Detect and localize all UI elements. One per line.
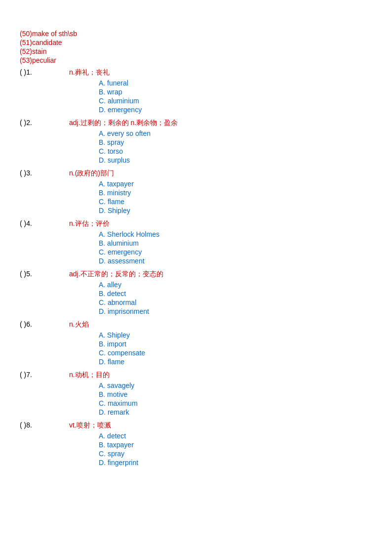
option-6-D[interactable]: D. flame — [99, 358, 372, 366]
option-7-A[interactable]: A. savagely — [99, 382, 372, 389]
question-line-8: ( )8.vt.喷射；喷溅 — [20, 421, 372, 430]
question-line-1: ( )1.n.葬礼；丧礼 — [20, 68, 372, 77]
question-number-5: ( )5. — [20, 270, 69, 278]
question-number-3: ( )3. — [20, 169, 69, 177]
question-number-6: ( )6. — [20, 320, 69, 328]
question-block-4: ( )4.n.评估；评价A. Sherlock HolmesB. alumini… — [20, 219, 372, 265]
question-number-2: ( )2. — [20, 119, 69, 127]
option-2-D[interactable]: D. surplus — [99, 156, 372, 164]
question-definition-8: vt.喷射；喷溅 — [69, 421, 111, 430]
option-4-B[interactable]: B. aluminium — [99, 239, 372, 247]
question-block-3: ( )3.n.(政府的)部门A. taxpayerB. ministryC. f… — [20, 169, 372, 214]
question-definition-4: n.评估；评价 — [69, 219, 110, 228]
option-6-C[interactable]: C. compensate — [99, 349, 372, 357]
option-5-A[interactable]: A. alley — [99, 281, 372, 289]
question-definition-6: n.火焰 — [69, 320, 89, 329]
options-block-7: A. savagelyB. motiveC. maximumD. remark — [99, 382, 372, 416]
question-block-5: ( )5.adj.不正常的；反常的；变态的A. alleyB. detectC.… — [20, 270, 372, 315]
question-block-8: ( )8.vt.喷射；喷溅A. detectB. taxpayerC. spra… — [20, 421, 372, 467]
question-definition-5: adj.不正常的；反常的；变态的 — [69, 270, 163, 279]
options-block-4: A. Sherlock HolmesB. aluminiumC. emergen… — [99, 230, 372, 265]
options-block-5: A. alleyB. detectC. abnormalD. imprisonm… — [99, 281, 372, 315]
options-block-3: A. taxpayerB. ministryC. flameD. Shipley — [99, 180, 372, 214]
option-7-B[interactable]: B. motive — [99, 390, 372, 398]
option-7-C[interactable]: C. maximum — [99, 399, 372, 407]
option-8-D[interactable]: D. fingerprint — [99, 459, 372, 467]
option-3-A[interactable]: A. taxpayer — [99, 180, 372, 188]
vocab-list: (50)make of sth\sb(51)candidate(52)stain… — [20, 30, 372, 64]
option-4-A[interactable]: A. Sherlock Holmes — [99, 230, 372, 238]
option-2-C[interactable]: C. torso — [99, 147, 372, 155]
option-6-B[interactable]: B. import — [99, 340, 372, 348]
vocab-item-v51: (51)candidate — [20, 39, 372, 46]
question-number-8: ( )8. — [20, 421, 69, 429]
option-4-D[interactable]: D. assessment — [99, 257, 372, 265]
vocab-item-v53: (53)peculiar — [20, 56, 372, 64]
question-block-7: ( )7.n.动机；目的A. savagelyB. motiveC. maxim… — [20, 371, 372, 416]
option-4-C[interactable]: C. emergency — [99, 248, 372, 256]
option-2-A[interactable]: A. every so often — [99, 129, 372, 137]
question-line-4: ( )4.n.评估；评价 — [20, 219, 372, 228]
vocab-item-v52: (52)stain — [20, 47, 372, 55]
option-1-D[interactable]: D. emergency — [99, 106, 372, 114]
option-5-D[interactable]: D. imprisonment — [99, 307, 372, 315]
option-5-C[interactable]: C. abnormal — [99, 299, 372, 306]
option-6-A[interactable]: A. Shipley — [99, 331, 372, 339]
question-line-3: ( )3.n.(政府的)部门 — [20, 169, 372, 178]
option-1-C[interactable]: C. aluminium — [99, 97, 372, 105]
question-line-6: ( )6.n.火焰 — [20, 320, 372, 329]
option-7-D[interactable]: D. remark — [99, 408, 372, 416]
option-3-C[interactable]: C. flame — [99, 198, 372, 206]
option-5-B[interactable]: B. detect — [99, 290, 372, 298]
question-number-4: ( )4. — [20, 219, 69, 227]
question-number-1: ( )1. — [20, 68, 69, 76]
option-8-B[interactable]: B. taxpayer — [99, 441, 372, 449]
question-block-6: ( )6.n.火焰A. ShipleyB. importC. compensat… — [20, 320, 372, 366]
question-line-2: ( )2.adj.过剩的；剩余的 n.剩余物；盈余 — [20, 119, 372, 128]
question-block-1: ( )1.n.葬礼；丧礼A. funeralB. wrapC. aluminiu… — [20, 68, 372, 114]
vocab-item-v50: (50)make of sth\sb — [20, 30, 372, 38]
option-3-D[interactable]: D. Shipley — [99, 207, 372, 214]
question-definition-3: n.(政府的)部门 — [69, 169, 114, 178]
questions-container: ( )1.n.葬礼；丧礼A. funeralB. wrapC. aluminiu… — [20, 68, 372, 467]
options-block-1: A. funeralB. wrapC. aluminiumD. emergenc… — [99, 79, 372, 114]
question-definition-2: adj.过剩的；剩余的 n.剩余物；盈余 — [69, 119, 178, 128]
option-8-C[interactable]: C. spray — [99, 450, 372, 458]
options-block-2: A. every so oftenB. sprayC. torsoD. surp… — [99, 129, 372, 164]
question-number-7: ( )7. — [20, 371, 69, 379]
option-8-A[interactable]: A. detect — [99, 432, 372, 440]
option-1-B[interactable]: B. wrap — [99, 88, 372, 96]
question-definition-7: n.动机；目的 — [69, 371, 110, 380]
question-definition-1: n.葬礼；丧礼 — [69, 68, 110, 77]
options-block-8: A. detectB. taxpayerC. sprayD. fingerpri… — [99, 432, 372, 467]
options-block-6: A. ShipleyB. importC. compensateD. flame — [99, 331, 372, 366]
option-2-B[interactable]: B. spray — [99, 138, 372, 146]
option-1-A[interactable]: A. funeral — [99, 79, 372, 87]
question-line-5: ( )5.adj.不正常的；反常的；变态的 — [20, 270, 372, 279]
option-3-B[interactable]: B. ministry — [99, 189, 372, 197]
question-line-7: ( )7.n.动机；目的 — [20, 371, 372, 380]
question-block-2: ( )2.adj.过剩的；剩余的 n.剩余物；盈余A. every so oft… — [20, 119, 372, 164]
